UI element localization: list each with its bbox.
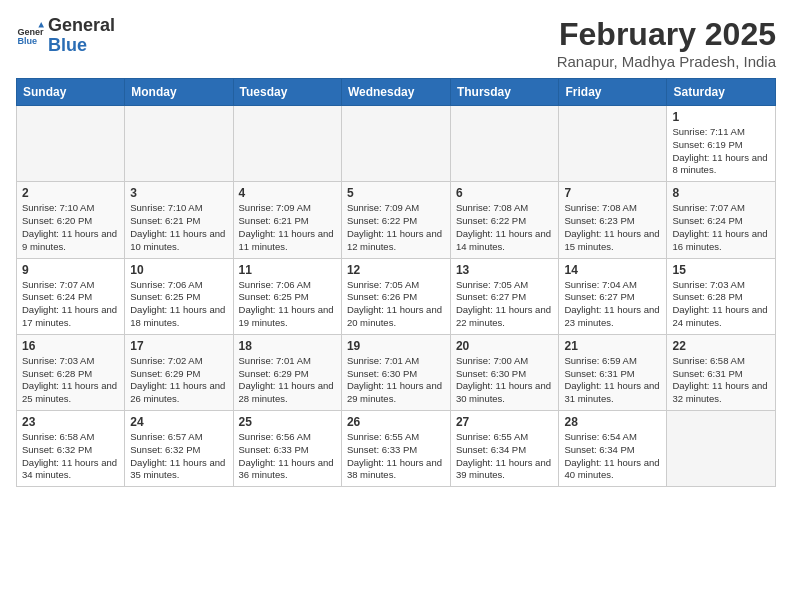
day-info: Sunrise: 6:59 AM Sunset: 6:31 PM Dayligh… (564, 355, 661, 406)
weekday-header-sunday: Sunday (17, 79, 125, 106)
weekday-header-tuesday: Tuesday (233, 79, 341, 106)
calendar-day-cell: 27Sunrise: 6:55 AM Sunset: 6:34 PM Dayli… (450, 411, 559, 487)
month-title: February 2025 (557, 16, 776, 53)
calendar-week-row: 16Sunrise: 7:03 AM Sunset: 6:28 PM Dayli… (17, 334, 776, 410)
day-info: Sunrise: 7:11 AM Sunset: 6:19 PM Dayligh… (672, 126, 770, 177)
day-number: 13 (456, 263, 554, 277)
day-info: Sunrise: 7:09 AM Sunset: 6:21 PM Dayligh… (239, 202, 336, 253)
day-info: Sunrise: 7:06 AM Sunset: 6:25 PM Dayligh… (239, 279, 336, 330)
day-number: 22 (672, 339, 770, 353)
calendar-day-cell: 10Sunrise: 7:06 AM Sunset: 6:25 PM Dayli… (125, 258, 233, 334)
calendar-day-cell: 11Sunrise: 7:06 AM Sunset: 6:25 PM Dayli… (233, 258, 341, 334)
day-info: Sunrise: 7:04 AM Sunset: 6:27 PM Dayligh… (564, 279, 661, 330)
calendar-day-cell (450, 106, 559, 182)
day-number: 25 (239, 415, 336, 429)
calendar-day-cell: 8Sunrise: 7:07 AM Sunset: 6:24 PM Daylig… (667, 182, 776, 258)
calendar-day-cell: 21Sunrise: 6:59 AM Sunset: 6:31 PM Dayli… (559, 334, 667, 410)
calendar-day-cell (667, 411, 776, 487)
day-info: Sunrise: 7:02 AM Sunset: 6:29 PM Dayligh… (130, 355, 227, 406)
calendar-day-cell: 14Sunrise: 7:04 AM Sunset: 6:27 PM Dayli… (559, 258, 667, 334)
day-info: Sunrise: 7:10 AM Sunset: 6:20 PM Dayligh… (22, 202, 119, 253)
day-number: 16 (22, 339, 119, 353)
weekday-header-wednesday: Wednesday (341, 79, 450, 106)
day-info: Sunrise: 6:58 AM Sunset: 6:31 PM Dayligh… (672, 355, 770, 406)
day-info: Sunrise: 6:54 AM Sunset: 6:34 PM Dayligh… (564, 431, 661, 482)
calendar-day-cell: 28Sunrise: 6:54 AM Sunset: 6:34 PM Dayli… (559, 411, 667, 487)
day-number: 19 (347, 339, 445, 353)
svg-text:General: General (17, 26, 44, 36)
calendar-day-cell: 7Sunrise: 7:08 AM Sunset: 6:23 PM Daylig… (559, 182, 667, 258)
day-info: Sunrise: 6:55 AM Sunset: 6:34 PM Dayligh… (456, 431, 554, 482)
day-info: Sunrise: 7:01 AM Sunset: 6:30 PM Dayligh… (347, 355, 445, 406)
calendar-day-cell: 17Sunrise: 7:02 AM Sunset: 6:29 PM Dayli… (125, 334, 233, 410)
day-number: 21 (564, 339, 661, 353)
calendar-day-cell (341, 106, 450, 182)
day-info: Sunrise: 7:00 AM Sunset: 6:30 PM Dayligh… (456, 355, 554, 406)
calendar-day-cell: 9Sunrise: 7:07 AM Sunset: 6:24 PM Daylig… (17, 258, 125, 334)
day-info: Sunrise: 7:07 AM Sunset: 6:24 PM Dayligh… (672, 202, 770, 253)
calendar-week-row: 1Sunrise: 7:11 AM Sunset: 6:19 PM Daylig… (17, 106, 776, 182)
day-number: 26 (347, 415, 445, 429)
calendar-day-cell: 25Sunrise: 6:56 AM Sunset: 6:33 PM Dayli… (233, 411, 341, 487)
weekday-header-friday: Friday (559, 79, 667, 106)
calendar-day-cell: 26Sunrise: 6:55 AM Sunset: 6:33 PM Dayli… (341, 411, 450, 487)
calendar-day-cell (559, 106, 667, 182)
day-number: 12 (347, 263, 445, 277)
day-info: Sunrise: 7:05 AM Sunset: 6:27 PM Dayligh… (456, 279, 554, 330)
day-number: 23 (22, 415, 119, 429)
calendar-week-row: 23Sunrise: 6:58 AM Sunset: 6:32 PM Dayli… (17, 411, 776, 487)
day-number: 24 (130, 415, 227, 429)
calendar-day-cell: 4Sunrise: 7:09 AM Sunset: 6:21 PM Daylig… (233, 182, 341, 258)
day-number: 9 (22, 263, 119, 277)
day-number: 4 (239, 186, 336, 200)
day-number: 1 (672, 110, 770, 124)
day-number: 17 (130, 339, 227, 353)
weekday-header-monday: Monday (125, 79, 233, 106)
day-number: 20 (456, 339, 554, 353)
weekday-header-thursday: Thursday (450, 79, 559, 106)
calendar-day-cell: 13Sunrise: 7:05 AM Sunset: 6:27 PM Dayli… (450, 258, 559, 334)
page-header: General Blue General Blue February 2025 … (16, 16, 776, 70)
day-info: Sunrise: 7:05 AM Sunset: 6:26 PM Dayligh… (347, 279, 445, 330)
calendar-day-cell: 20Sunrise: 7:00 AM Sunset: 6:30 PM Dayli… (450, 334, 559, 410)
calendar-week-row: 2Sunrise: 7:10 AM Sunset: 6:20 PM Daylig… (17, 182, 776, 258)
day-info: Sunrise: 7:08 AM Sunset: 6:22 PM Dayligh… (456, 202, 554, 253)
day-info: Sunrise: 7:03 AM Sunset: 6:28 PM Dayligh… (22, 355, 119, 406)
calendar-day-cell (17, 106, 125, 182)
calendar-day-cell: 12Sunrise: 7:05 AM Sunset: 6:26 PM Dayli… (341, 258, 450, 334)
day-info: Sunrise: 7:03 AM Sunset: 6:28 PM Dayligh… (672, 279, 770, 330)
day-number: 10 (130, 263, 227, 277)
calendar-day-cell: 1Sunrise: 7:11 AM Sunset: 6:19 PM Daylig… (667, 106, 776, 182)
day-info: Sunrise: 7:09 AM Sunset: 6:22 PM Dayligh… (347, 202, 445, 253)
calendar-day-cell (125, 106, 233, 182)
calendar-table: SundayMondayTuesdayWednesdayThursdayFrid… (16, 78, 776, 487)
day-info: Sunrise: 6:56 AM Sunset: 6:33 PM Dayligh… (239, 431, 336, 482)
calendar-day-cell: 24Sunrise: 6:57 AM Sunset: 6:32 PM Dayli… (125, 411, 233, 487)
calendar-day-cell: 2Sunrise: 7:10 AM Sunset: 6:20 PM Daylig… (17, 182, 125, 258)
day-number: 5 (347, 186, 445, 200)
day-info: Sunrise: 6:57 AM Sunset: 6:32 PM Dayligh… (130, 431, 227, 482)
calendar-day-cell: 16Sunrise: 7:03 AM Sunset: 6:28 PM Dayli… (17, 334, 125, 410)
logo-icon: General Blue (16, 22, 44, 50)
day-number: 6 (456, 186, 554, 200)
calendar-week-row: 9Sunrise: 7:07 AM Sunset: 6:24 PM Daylig… (17, 258, 776, 334)
calendar-day-cell (233, 106, 341, 182)
logo-blue-text: Blue (48, 35, 87, 55)
calendar-day-cell: 22Sunrise: 6:58 AM Sunset: 6:31 PM Dayli… (667, 334, 776, 410)
day-info: Sunrise: 7:10 AM Sunset: 6:21 PM Dayligh… (130, 202, 227, 253)
day-number: 3 (130, 186, 227, 200)
calendar-day-cell: 6Sunrise: 7:08 AM Sunset: 6:22 PM Daylig… (450, 182, 559, 258)
weekday-header-saturday: Saturday (667, 79, 776, 106)
day-info: Sunrise: 6:55 AM Sunset: 6:33 PM Dayligh… (347, 431, 445, 482)
day-info: Sunrise: 7:07 AM Sunset: 6:24 PM Dayligh… (22, 279, 119, 330)
calendar-day-cell: 23Sunrise: 6:58 AM Sunset: 6:32 PM Dayli… (17, 411, 125, 487)
calendar-day-cell: 18Sunrise: 7:01 AM Sunset: 6:29 PM Dayli… (233, 334, 341, 410)
day-info: Sunrise: 6:58 AM Sunset: 6:32 PM Dayligh… (22, 431, 119, 482)
day-number: 15 (672, 263, 770, 277)
calendar-day-cell: 15Sunrise: 7:03 AM Sunset: 6:28 PM Dayli… (667, 258, 776, 334)
svg-text:Blue: Blue (17, 36, 37, 46)
logo-general-text: General (48, 16, 115, 36)
location-text: Ranapur, Madhya Pradesh, India (557, 53, 776, 70)
day-info: Sunrise: 7:01 AM Sunset: 6:29 PM Dayligh… (239, 355, 336, 406)
day-number: 27 (456, 415, 554, 429)
